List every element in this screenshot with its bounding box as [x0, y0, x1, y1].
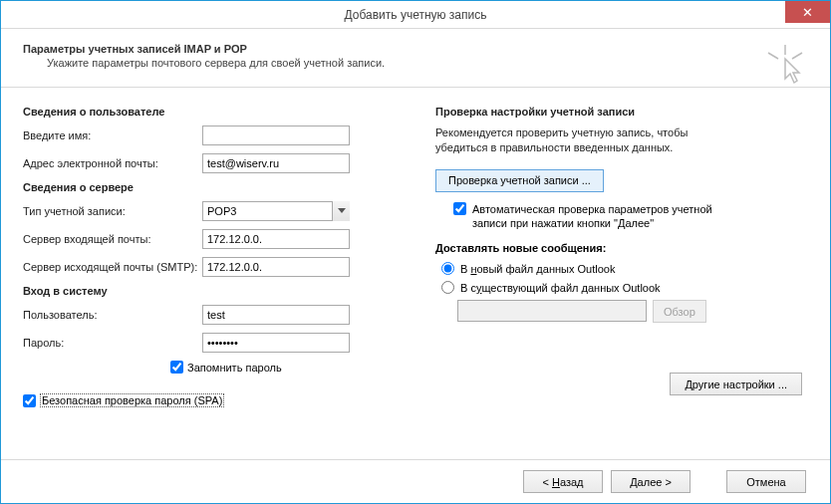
radio-new-file[interactable]: [441, 262, 454, 275]
radio-existing-file[interactable]: [441, 281, 454, 294]
other-settings-button[interactable]: Другие настройки ...: [670, 373, 802, 395]
svg-line-1: [768, 53, 778, 59]
auto-test-label: Автоматическая проверка параметров учетн…: [472, 202, 731, 231]
existing-file-path-row: Обзор: [457, 300, 808, 323]
section-server-info: Сведения о сервере: [23, 181, 396, 193]
spa-checkbox[interactable]: [23, 394, 36, 407]
account-type-select[interactable]: POP3: [202, 201, 350, 221]
left-column: Сведения о пользователе Введите имя: Адр…: [23, 106, 396, 407]
test-account-button[interactable]: Проверка учетной записи ...: [435, 169, 604, 192]
username-input[interactable]: [202, 305, 350, 325]
section-test: Проверка настройки учетной записи: [435, 106, 808, 118]
svg-line-2: [792, 53, 802, 59]
incoming-server-label: Сервер входящей почты:: [23, 233, 202, 245]
footer: < Назад Далее > Отмена: [1, 459, 830, 503]
spa-label: Безопасная проверка пароля (SPA): [40, 393, 224, 407]
spa-row: Безопасная проверка пароля (SPA): [23, 393, 396, 407]
dialog-window: Добавить учетную запись ✕ Параметры учет…: [0, 0, 831, 504]
section-user-info: Сведения о пользователе: [23, 106, 396, 118]
right-column: Проверка настройки учетной записи Рекоме…: [435, 106, 808, 407]
name-label: Введите имя:: [23, 129, 202, 141]
incoming-server-input[interactable]: [202, 229, 350, 249]
password-input[interactable]: [202, 333, 350, 353]
header-subtitle: Укажите параметры почтового сервера для …: [23, 57, 808, 69]
remember-password-label: Запомнить пароль: [187, 362, 282, 374]
close-icon: ✕: [802, 5, 813, 20]
outgoing-server-label: Сервер исходящей почты (SMTP):: [23, 261, 202, 273]
chevron-down-icon: [332, 201, 350, 221]
header-panel: Параметры учетных записей IMAP и POP Ука…: [1, 29, 830, 88]
email-input[interactable]: [202, 153, 350, 173]
test-description: Рекомендуется проверить учетную запись, …: [435, 126, 734, 155]
browse-button: Обзор: [653, 300, 706, 323]
password-label: Пароль:: [23, 337, 202, 349]
back-button[interactable]: < Назад: [523, 470, 603, 493]
wizard-cursor-icon: [764, 43, 806, 87]
username-label: Пользователь:: [23, 309, 202, 321]
radio-existing-file-row: В существующий файл данных Outlook: [441, 281, 808, 294]
email-label: Адрес электронной почты:: [23, 157, 202, 169]
section-login: Вход в систему: [23, 285, 396, 297]
auto-test-checkbox[interactable]: [453, 202, 466, 215]
existing-file-input: [457, 300, 647, 322]
remember-password-row: Запомнить пароль: [170, 361, 396, 374]
window-title: Добавить учетную запись: [345, 8, 487, 22]
content-area: Сведения о пользователе Введите имя: Адр…: [1, 88, 830, 415]
titlebar: Добавить учетную запись ✕: [1, 1, 830, 29]
account-type-label: Тип учетной записи:: [23, 205, 202, 217]
deliver-section-title: Доставлять новые сообщения:: [435, 242, 808, 254]
cancel-button[interactable]: Отмена: [726, 470, 806, 493]
name-input[interactable]: [202, 126, 350, 145]
header-title: Параметры учетных записей IMAP и POP: [23, 43, 808, 55]
remember-password-checkbox[interactable]: [170, 361, 183, 374]
close-button[interactable]: ✕: [785, 1, 830, 23]
radio-new-file-label: В новый файл данных Outlook: [460, 263, 615, 275]
auto-test-row: Автоматическая проверка параметров учетн…: [453, 202, 808, 231]
outgoing-server-input[interactable]: [202, 257, 350, 277]
next-button[interactable]: Далее >: [611, 470, 691, 493]
radio-existing-file-label: В существующий файл данных Outlook: [460, 282, 661, 294]
radio-new-file-row: В новый файл данных Outlook: [441, 262, 808, 275]
